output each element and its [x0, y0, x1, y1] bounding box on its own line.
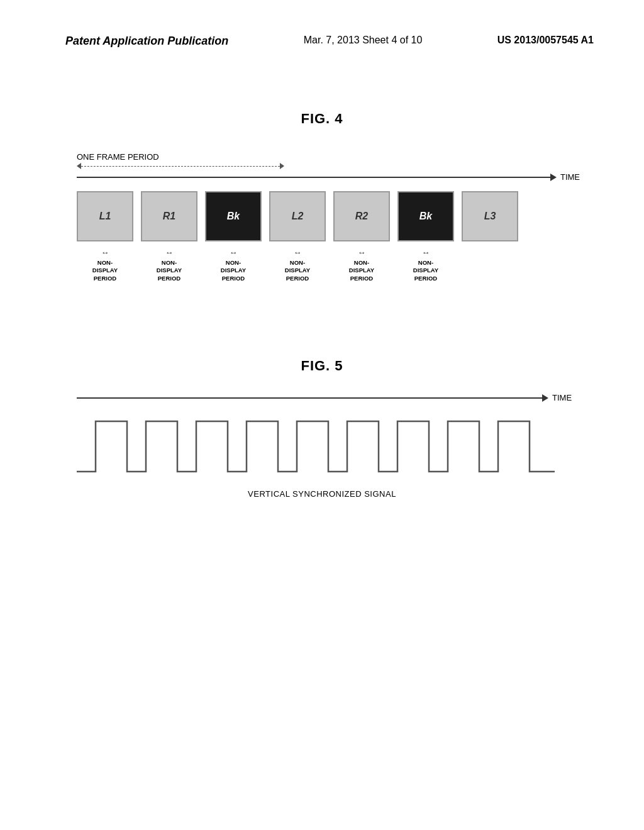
fig4-title: FIG. 4 [301, 111, 343, 127]
block-R2-label: R2 [355, 211, 368, 222]
patent-number: US 2013/0057545 A1 [497, 35, 594, 46]
square-wave-polyline [77, 421, 555, 472]
block-L2: L2 [269, 191, 326, 241]
nd-item-5: ↔ NON-DISPLAYPERIOD [333, 248, 390, 282]
block-L3: L3 [462, 191, 518, 241]
block-Bk1: Bk [205, 191, 262, 241]
block-L3-label: L3 [484, 211, 496, 222]
bracket-left-arrow [77, 163, 81, 169]
nd-item-3: ↔ NON-DISPLAYPERIOD [205, 248, 262, 282]
nd-arrow-3: ↔ [230, 248, 238, 257]
nd-item-2: ↔ NON-DISPLAYPERIOD [141, 248, 197, 282]
fig5-time-line [77, 397, 542, 399]
block-R2: R2 [333, 191, 390, 241]
fig5-time-row: TIME [64, 393, 580, 402]
bracket-dashed-line [81, 166, 280, 167]
nd-arrow-1: ↔ [101, 248, 109, 257]
frame-period-label-row: ONE FRAME PERIOD [77, 152, 580, 162]
block-Bk1-label: Bk [227, 211, 240, 222]
nd-item-4: ↔ NON-DISPLAYPERIOD [269, 248, 326, 282]
time-arrow-row: TIME [64, 172, 580, 182]
signal-container [64, 409, 580, 484]
time-label: TIME [560, 172, 580, 182]
block-R1-label: R1 [163, 211, 175, 222]
fig5-title: FIG. 5 [301, 358, 343, 374]
nd-arrow-2: ↔ [165, 248, 174, 257]
nd-arrow-5: ↔ [358, 248, 366, 257]
time-arrow-line [77, 177, 550, 178]
fig4-section: FIG. 4 ONE FRAME PERIOD TIME [0, 111, 644, 282]
vsync-signal-svg [77, 409, 555, 484]
block-Bk2-label: Bk [419, 211, 432, 222]
blocks-row: L1 R1 Bk L2 R2 [64, 191, 580, 241]
block-L1-label: L1 [99, 211, 111, 222]
time-arrow-head [550, 174, 557, 181]
bracket-right-arrow [280, 163, 284, 169]
nd-text-5: NON-DISPLAYPERIOD [349, 259, 374, 282]
fig5-time-arrow [542, 394, 548, 402]
vsync-label: VERTICAL SYNCHRONIZED SIGNAL [64, 489, 580, 499]
fig4-diagram: ONE FRAME PERIOD TIME L1 [64, 146, 580, 282]
header: Patent Application Publication Mar. 7, 2… [0, 0, 644, 60]
page: Patent Application Publication Mar. 7, 2… [0, 0, 644, 830]
nd-text-2: NON-DISPLAYPERIOD [157, 259, 182, 282]
nd-text-4: NON-DISPLAYPERIOD [285, 259, 310, 282]
block-L1: L1 [77, 191, 133, 241]
frame-period-bracket [77, 163, 284, 169]
nd-item-6: ↔ NON-DISPLAYPERIOD [397, 248, 454, 282]
publication-label: Patent Application Publication [65, 35, 228, 48]
nd-row: ↔ NON-DISPLAYPERIOD ↔ NON-DISPLAYPERIOD … [64, 248, 580, 282]
nd-text-3: NON-DISPLAYPERIOD [221, 259, 246, 282]
nd-arrow-6: ↔ [422, 248, 430, 257]
frame-period-area: ONE FRAME PERIOD [77, 152, 580, 169]
nd-item-1: ↔ NON-DISPLAYPERIOD [77, 248, 133, 282]
nd-text-1: NON-DISPLAYPERIOD [92, 259, 118, 282]
frame-period-text: ONE FRAME PERIOD [77, 152, 159, 162]
nd-text-6: NON-DISPLAYPERIOD [413, 259, 438, 282]
block-L2-label: L2 [292, 211, 304, 222]
fig5-time-label: TIME [552, 393, 572, 402]
fig5-section: FIG. 5 TIME VERTICAL SYNCHRONIZED SIGNAL [0, 358, 644, 499]
sheet-info: Mar. 7, 2013 Sheet 4 of 10 [304, 35, 423, 46]
block-Bk2: Bk [397, 191, 454, 241]
nd-arrow-4: ↔ [294, 248, 302, 257]
block-R1: R1 [141, 191, 197, 241]
fig5-diagram: TIME VERTICAL SYNCHRONIZED SIGNAL [64, 393, 580, 499]
